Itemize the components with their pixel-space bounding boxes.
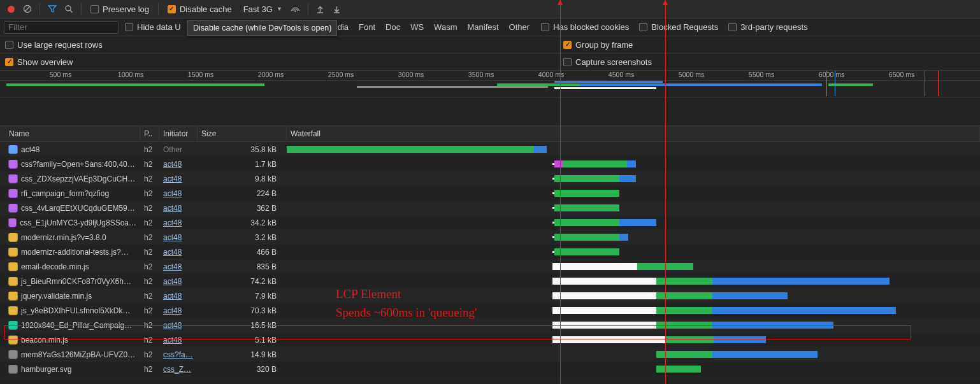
type-tab[interactable]: Wasm bbox=[429, 20, 462, 34]
initiator-link[interactable]: act48 bbox=[163, 160, 182, 169]
size-cell: 7.9 kB bbox=[198, 292, 287, 301]
col-protocol[interactable]: P.. bbox=[140, 127, 159, 141]
blocked-cookies-checkbox[interactable]: Has blocked cookies bbox=[537, 22, 633, 32]
table-row[interactable]: css?family=Open+Sans:400,40…h2act481.7 k… bbox=[0, 157, 980, 171]
table-row[interactable]: mem8YaGs126MiZpBA-UFVZ0…h2css?fa…14.9 kB bbox=[0, 347, 980, 362]
col-waterfall[interactable]: Waterfall bbox=[287, 127, 980, 141]
table-row[interactable]: rfi_campaign_form?qzfiogh2act48224 B bbox=[0, 186, 980, 201]
type-tab[interactable]: WS bbox=[405, 20, 429, 34]
file-icon bbox=[9, 204, 17, 212]
table-row[interactable]: css_4vLarqEEtXUCqduGEM59…h2act48362 B bbox=[0, 201, 980, 215]
table-row[interactable]: hamburger.svgh2css_Z…320 B bbox=[0, 362, 980, 376]
initiator-link[interactable]: act48 bbox=[163, 292, 182, 301]
type-tab[interactable]: Other bbox=[504, 20, 535, 34]
waterfall-cell bbox=[287, 142, 980, 157]
disable-cache-checkbox[interactable]: Disable cache bbox=[164, 4, 236, 14]
file-icon bbox=[9, 145, 17, 153]
throttle-select[interactable]: Fast 3G ▼ bbox=[238, 4, 286, 14]
file-icon bbox=[9, 233, 17, 241]
options-row-2: Show overview Capture screenshots bbox=[0, 53, 980, 71]
initiator-link[interactable]: act48 bbox=[163, 174, 182, 183]
type-tab[interactable]: Font bbox=[354, 20, 380, 34]
divider bbox=[40, 3, 40, 15]
table-row[interactable]: email-decode.min.jsh2act48835 B bbox=[0, 259, 980, 274]
group-by-frame-checkbox[interactable]: Group by frame bbox=[559, 40, 637, 50]
file-icon bbox=[9, 160, 17, 168]
file-icon bbox=[9, 248, 17, 256]
table-row[interactable]: act48h2Other35.8 kB bbox=[0, 142, 980, 157]
col-initiator[interactable]: Initiator bbox=[159, 127, 198, 141]
initiator-link[interactable]: act48 bbox=[163, 248, 182, 257]
initiator-link[interactable]: css_Z… bbox=[163, 365, 191, 374]
initiator-link[interactable]: act48 bbox=[163, 233, 182, 242]
table-row[interactable]: modernizr.min.js?v=3.8.0h2act483.2 kB bbox=[0, 230, 980, 245]
network-conditions-icon[interactable] bbox=[289, 2, 303, 16]
size-cell: 34.2 kB bbox=[198, 218, 287, 227]
filter-icon[interactable] bbox=[45, 2, 59, 16]
disable-cache-label: Disable cache bbox=[180, 4, 232, 14]
initiator-link[interactable]: act48 bbox=[163, 306, 182, 315]
export-har-icon[interactable] bbox=[330, 2, 344, 16]
timeline-tick: 3000 ms bbox=[398, 71, 424, 78]
timeline-tick: 500 ms bbox=[50, 71, 71, 78]
table-row[interactable]: css_ZDXsepzzjVAEp3DgCuCH…h2act489.8 kB bbox=[0, 171, 980, 186]
initiator-link[interactable]: act48 bbox=[163, 218, 182, 227]
col-size[interactable]: Size bbox=[198, 127, 287, 141]
third-party-checkbox[interactable]: 3rd-party requests bbox=[724, 22, 812, 32]
hide-data-urls-checkbox[interactable]: Hide data U bbox=[121, 22, 185, 32]
size-cell: 835 B bbox=[198, 262, 287, 271]
initiator-link[interactable]: act48 bbox=[163, 277, 182, 286]
waterfall-cell bbox=[287, 186, 980, 201]
svg-point-0 bbox=[8, 6, 15, 13]
table-row[interactable]: modernizr-additional-tests.js?…h2act4846… bbox=[0, 245, 980, 259]
blocked-requests-checkbox[interactable]: Blocked Requests bbox=[635, 22, 722, 32]
svg-line-2 bbox=[25, 6, 29, 11]
initiator-link[interactable]: act48 bbox=[163, 262, 182, 271]
col-name[interactable]: Name bbox=[5, 127, 140, 141]
group-by-frame-label: Group by frame bbox=[575, 40, 633, 50]
initiator-link[interactable]: css?fa… bbox=[163, 350, 193, 359]
timeline-tick: 1000 ms bbox=[118, 71, 143, 78]
table-row[interactable]: js_BieuRmn0CKFo87r0VyX6h…h2act4874.2 kB bbox=[0, 274, 980, 288]
network-toolbar: Preserve log Disable cache Fast 3G ▼ bbox=[0, 0, 980, 18]
import-har-icon[interactable] bbox=[313, 2, 328, 16]
clear-button[interactable] bbox=[20, 2, 34, 16]
waterfall-cell bbox=[287, 259, 980, 274]
size-cell: 35.8 kB bbox=[198, 145, 287, 154]
timeline-tick: 5500 ms bbox=[749, 71, 774, 78]
file-icon bbox=[9, 306, 17, 315]
request-name: js_y8eBDXIhFULsfnnol5XkDk… bbox=[21, 306, 130, 315]
type-tab[interactable]: Manifest bbox=[462, 20, 503, 34]
annotation-highlight-box bbox=[4, 325, 911, 339]
waterfall-cell bbox=[287, 362, 980, 376]
table-row[interactable]: js_y8eBDXIhFULsfnnol5XkDk…h2act4870.3 kB bbox=[0, 303, 980, 318]
overview-timeline[interactable]: 500 ms1000 ms1500 ms2000 ms2500 ms3000 m… bbox=[0, 71, 980, 97]
file-icon bbox=[9, 277, 17, 285]
request-name: modernizr.min.js?v=3.8.0 bbox=[21, 233, 106, 242]
large-rows-label: Use large request rows bbox=[17, 40, 103, 50]
request-name: css_4vLarqEEtXUCqduGEM59… bbox=[21, 204, 135, 213]
request-name: hamburger.svg bbox=[21, 365, 71, 374]
large-rows-checkbox[interactable]: Use large request rows bbox=[0, 40, 106, 50]
show-overview-checkbox[interactable]: Show overview bbox=[0, 57, 76, 67]
timeline-tick: 5000 ms bbox=[679, 71, 704, 78]
initiator-link[interactable]: act48 bbox=[163, 189, 182, 198]
filter-input[interactable] bbox=[4, 21, 119, 34]
waterfall-cell bbox=[287, 201, 980, 215]
preserve-log-checkbox[interactable]: Preserve log bbox=[87, 4, 153, 14]
capture-screenshots-checkbox[interactable]: Capture screenshots bbox=[559, 57, 656, 67]
timeline-ticks: 500 ms1000 ms1500 ms2000 ms2500 ms3000 m… bbox=[0, 71, 980, 81]
request-name: jquery.validate.min.js bbox=[21, 292, 92, 301]
divider bbox=[81, 3, 82, 15]
request-name: css_E1jUnMYC3-yd9ljUg8SSoa… bbox=[20, 218, 136, 227]
initiator-link[interactable]: act48 bbox=[163, 204, 182, 213]
file-icon bbox=[9, 218, 16, 227]
divider bbox=[158, 3, 159, 15]
type-tab[interactable]: Doc bbox=[380, 20, 405, 34]
protocol-cell: h2 bbox=[140, 218, 159, 227]
search-icon[interactable] bbox=[62, 2, 76, 16]
table-row[interactable]: css_E1jUnMYC3-yd9ljUg8SSoa…h2act4834.2 k… bbox=[0, 215, 980, 230]
record-button[interactable] bbox=[4, 2, 18, 16]
table-row[interactable]: jquery.validate.min.jsh2act487.9 kB bbox=[0, 288, 980, 303]
svg-point-5 bbox=[295, 10, 296, 11]
